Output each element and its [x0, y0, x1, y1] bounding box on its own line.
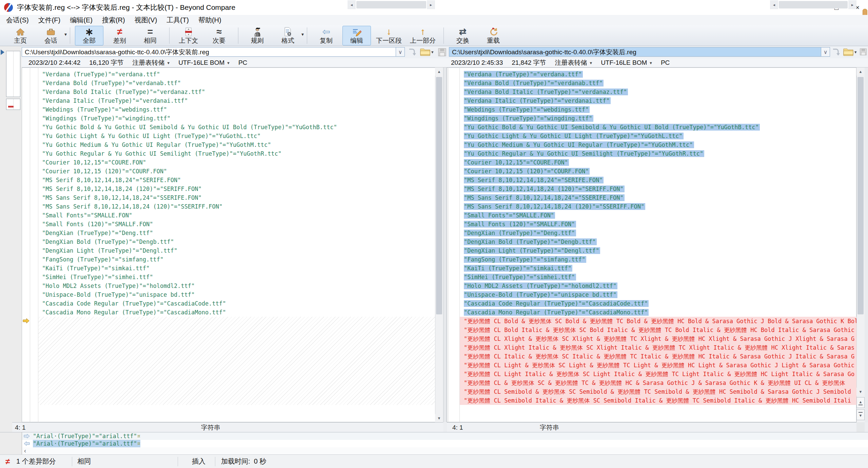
- code-line[interactable]: "Small Fonts (120)"="SMALLF.FON": [42, 220, 434, 229]
- right-hscroll-left-icon[interactable]: ◄: [770, 0, 778, 9]
- code-line-selected[interactable]: "Unispace-Bold (TrueType)"="unispace bd.…: [464, 290, 855, 299]
- left-file-lines[interactable]: "Verdana (TrueType)"="verdana.ttf""Verda…: [42, 70, 434, 317]
- menu-item[interactable]: 视图(V): [130, 15, 162, 25]
- show-same-button[interactable]: = 相同: [136, 26, 164, 45]
- code-line-selected[interactable]: "Cascadia Code Regular (TrueType)"="Casc…: [464, 299, 855, 308]
- context-button[interactable]: 上下文: [174, 26, 203, 45]
- code-line-selected[interactable]: "Yu Gothic Light & Yu Gothic UI Light (T…: [464, 132, 855, 140]
- code-line[interactable]: "Wingdings (TrueType)"="wingding.ttf": [42, 114, 434, 123]
- details-hscroll-row[interactable]: ‹: [22, 447, 868, 455]
- code-line[interactable]: "MS Serif 8,10,12,14,18,24 (120)"="SERIF…: [42, 184, 434, 193]
- left-format-select[interactable]: 注册表转储: [133, 58, 165, 67]
- code-line-selected[interactable]: "Wingdings (TrueType)"="wingding.ttf": [464, 114, 855, 123]
- right-format-select[interactable]: 注册表转储: [555, 58, 587, 67]
- added-code-line[interactable]: "更紗黑體 CL Bold Italic & 更纱黑体 SC Bold Ital…: [460, 326, 856, 334]
- right-scroll-up-icon[interactable]: ▲: [856, 67, 865, 76]
- code-line-selected[interactable]: "Small Fonts (120)"="SMALLF.FON": [464, 220, 855, 229]
- caret-down-icon[interactable]: ▾: [590, 60, 592, 65]
- code-line[interactable]: "SimHei (TrueType)"="simhei.ttf": [42, 273, 434, 281]
- code-line[interactable]: "Yu Gothic Medium & Yu Gothic UI Regular…: [42, 140, 434, 149]
- code-line[interactable]: "MS Sans Serif 8,10,12,14,18,24"="SSERIF…: [42, 193, 434, 202]
- added-code-line[interactable]: "更紗黑體 CL Light & 更纱黑体 SC Light & 更紗黑體 TC…: [460, 361, 856, 370]
- code-line-selected[interactable]: "MS Sans Serif 8,10,12,14,18,24"="SSERIF…: [464, 193, 855, 202]
- right-added-lines[interactable]: "更紗黑體 CL Bold & 更纱黑体 SC Bold & 更紗黑體 TC B…: [460, 317, 856, 405]
- code-line-selected[interactable]: "Verdana Italic (TrueType)"="verdanai.tt…: [464, 96, 855, 105]
- previous-section-button[interactable]: ↑ 上一部分: [407, 26, 439, 45]
- first-difference-button[interactable]: ▲: [856, 397, 865, 408]
- added-code-line[interactable]: "更紗黑體 CL Bold & 更纱黑体 SC Bold & 更紗黑體 TC B…: [460, 317, 856, 326]
- overview-thumbnail-bottom[interactable]: [6, 99, 20, 110]
- caret-down-icon[interactable]: ▾: [167, 60, 170, 65]
- overview-thumbnail-top[interactable]: [6, 51, 20, 97]
- code-line[interactable]: "Verdana Bold (TrueType)"="verdanab.ttf": [42, 79, 434, 87]
- copy-to-right-icon[interactable]: [408, 47, 417, 57]
- code-line[interactable]: "Holo MDL2 Assets (TrueType)"="holomdl2.…: [42, 281, 434, 290]
- left-path-input[interactable]: C:\Users\tjxli\Downloads\sarasa-gothic-t…: [22, 47, 396, 57]
- code-line-selected[interactable]: "Small Fonts"="SMALLE.FON": [464, 211, 855, 220]
- right-path-dropdown-icon[interactable]: ∨: [821, 47, 830, 57]
- left-scrollbar-thumb[interactable]: [436, 77, 442, 314]
- format-button[interactable]: 格式 ▾: [274, 26, 302, 45]
- code-line-selected[interactable]: "MS Serif 8,10,12,14,18,24"="SERIFE.FON": [464, 176, 855, 184]
- added-code-line[interactable]: "更紗黑體 CL & 更纱黑体 SC & 更紗黑體 TC & 更紗黑體 HC &…: [460, 378, 856, 387]
- code-line-selected[interactable]: "Yu Gothic Bold & Yu Gothic UI Semibold …: [464, 123, 855, 132]
- dropdown-caret-icon[interactable]: ▾: [301, 32, 304, 37]
- left-hscroll-track[interactable]: [356, 1, 426, 8]
- code-line[interactable]: "Courier 10,12,15 (120)"="COURF.FON": [42, 167, 434, 176]
- code-line-selected[interactable]: "DengXian Light (TrueType)"="Dengl.ttf": [464, 246, 855, 255]
- code-line[interactable]: "Webdings (TrueType)"="webdings.ttf": [42, 105, 434, 114]
- copy-button[interactable]: ⇦ 复制: [312, 26, 340, 45]
- added-code-line[interactable]: "更紗黑體 CL Italic & 更纱黑体 SC Italic & 更紗黑體 …: [460, 352, 856, 361]
- code-line-selected[interactable]: "MS Serif 8,10,12,14,18,24 (120)"="SERIF…: [464, 184, 855, 193]
- home-button[interactable]: 主页: [6, 26, 35, 45]
- code-line-selected[interactable]: "SimHei (TrueType)"="simhei.ttf": [464, 273, 855, 281]
- menu-item[interactable]: 编辑(E): [65, 15, 97, 25]
- right-hscroll-right-icon[interactable]: ►: [848, 0, 856, 9]
- code-line[interactable]: "Cascadia Code Regular (TrueType)"="Casc…: [42, 299, 434, 308]
- pane-splitter[interactable]: [443, 67, 447, 422]
- code-line[interactable]: "Unispace-Bold (TrueType)"="unispace bd.…: [42, 290, 434, 299]
- left-browse-caret-icon[interactable]: ▾: [431, 50, 434, 55]
- code-line[interactable]: "FangSong (TrueType)"="simfang.ttf": [42, 255, 434, 264]
- code-line-selected[interactable]: "FangSong (TrueType)"="simfang.ttf": [464, 255, 855, 264]
- menu-item[interactable]: 帮助(H): [194, 15, 226, 25]
- right-scrollbar-thumb[interactable]: [857, 77, 864, 314]
- code-line[interactable]: "Yu Gothic Light & Yu Gothic UI Light (T…: [42, 132, 434, 140]
- menu-item[interactable]: 搜索(R): [97, 15, 130, 25]
- code-line[interactable]: "DengXian Light (TrueType)"="Dengl.ttf": [42, 246, 434, 255]
- code-line-selected[interactable]: "KaiTi (TrueType)"="simkai.ttf": [464, 264, 855, 273]
- code-line-selected[interactable]: "Verdana (TrueType)"="verdana.ttf": [464, 70, 855, 79]
- code-line[interactable]: "KaiTi (TrueType)"="simkai.ttf": [42, 264, 434, 273]
- code-line[interactable]: "Cascadia Mono Regular (TrueType)"="Casc…: [42, 308, 434, 317]
- added-code-line[interactable]: "更紗黑體 CL Xlight Italic & 更纱黑体 SC Xlight …: [460, 343, 856, 352]
- dropdown-caret-icon[interactable]: ▾: [64, 32, 67, 37]
- code-line-selected[interactable]: "Courier 10,12,15"="COURE.FON": [464, 158, 855, 167]
- menu-item[interactable]: 工具(T): [162, 15, 194, 25]
- last-difference-button[interactable]: ▼: [856, 409, 865, 420]
- right-scroll-down-icon[interactable]: ▼: [856, 388, 865, 396]
- code-line-selected[interactable]: "Courier 10,12,15 (120)"="COURF.FON": [464, 167, 855, 176]
- caret-down-icon[interactable]: ▾: [227, 60, 230, 65]
- right-browse-folder-icon[interactable]: [843, 47, 854, 56]
- added-code-line[interactable]: "更紗黑體 CL Xlight & 更纱黑体 SC Xlight & 更紗黑體 …: [460, 334, 856, 343]
- reload-button[interactable]: 重载: [479, 26, 508, 45]
- code-line[interactable]: "Verdana (TrueType)"="verdana.ttf": [42, 70, 434, 79]
- detail-row-source[interactable]: "Arial·(TrueType)"="arial.ttf"¤: [22, 432, 868, 440]
- detail-row-target[interactable]: "Arial·(TrueType)"="arial.ttf"¤: [22, 440, 868, 447]
- added-code-line[interactable]: "更紗黑體 CL Semibold Italic & 更纱黑体 SC Semib…: [460, 396, 856, 405]
- added-code-line[interactable]: "更紗黑體 CL Light Italic & 更纱黑体 SC Light It…: [460, 370, 856, 378]
- left-browse-folder-icon[interactable]: [420, 47, 431, 56]
- code-line[interactable]: "Verdana Italic (TrueType)"="verdanai.tt…: [42, 96, 434, 105]
- menu-item[interactable]: 文件(F): [34, 15, 65, 25]
- code-line-selected[interactable]: "Holo MDL2 Assets (TrueType)"="holomdl2.…: [464, 281, 855, 290]
- code-line-selected[interactable]: "Webdings (TrueType)"="webdings.ttf": [464, 105, 855, 114]
- next-section-button[interactable]: ↓ 下一区段: [373, 26, 405, 45]
- show-all-button[interactable]: ∗ 全部: [75, 26, 103, 45]
- code-line[interactable]: "Verdana Bold Italic (TrueType)"="verdan…: [42, 87, 434, 96]
- code-line-selected[interactable]: "Yu Gothic Regular & Yu Gothic UI Semili…: [464, 149, 855, 158]
- right-browse-caret-icon[interactable]: ▾: [854, 50, 857, 55]
- copy-to-left-icon[interactable]: [831, 47, 841, 57]
- swap-button[interactable]: ⇄ 交换: [449, 26, 477, 45]
- show-differences-button[interactable]: ≠ 差别: [105, 26, 134, 45]
- code-line-selected[interactable]: "DengXian (TrueType)"="Deng.ttf": [464, 229, 855, 237]
